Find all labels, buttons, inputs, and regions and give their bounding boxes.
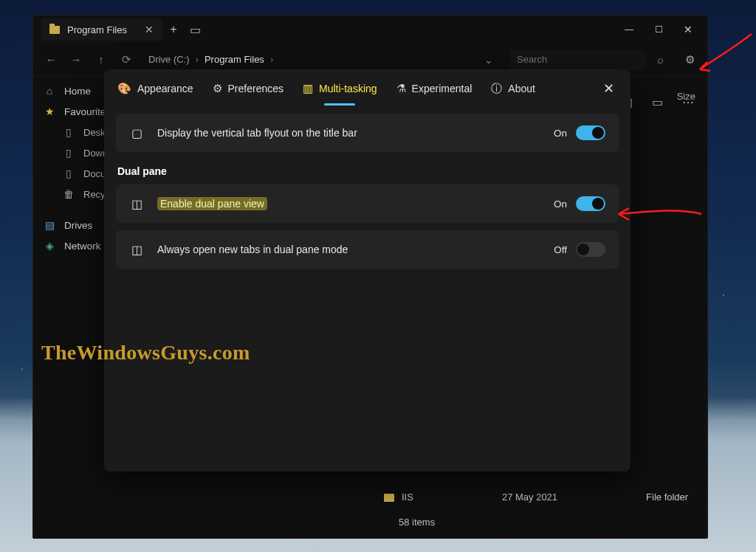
breadcrumb-root[interactable]: Drive (C:) bbox=[148, 54, 190, 65]
tab-label: Preferences bbox=[228, 83, 284, 94]
breadcrumb-current[interactable]: Program Files bbox=[205, 54, 264, 65]
folder-icon bbox=[49, 26, 60, 34]
sidebar-label: Drives bbox=[64, 220, 92, 231]
columns-icon: ▥ bbox=[303, 82, 313, 95]
tab-label: Experimental bbox=[412, 83, 472, 94]
minimize-button[interactable]: — bbox=[614, 18, 644, 41]
toggle-state-text: On bbox=[554, 199, 567, 210]
breadcrumb[interactable]: Drive (C:) › Program Files › ⌄ bbox=[141, 54, 505, 66]
tab-label: About bbox=[508, 83, 535, 94]
window-close-button[interactable]: ✕ bbox=[673, 18, 703, 41]
new-tab-button[interactable]: + bbox=[162, 18, 185, 41]
toggle-state-text: Off bbox=[554, 244, 567, 255]
page-icon: ▯ bbox=[63, 126, 75, 138]
tab-label: Multi-tasking bbox=[319, 83, 377, 94]
card-view-icon[interactable]: ▭ bbox=[652, 95, 663, 109]
home-icon: ⌂ bbox=[44, 85, 55, 97]
dual-pane-icon: ◫ bbox=[129, 196, 144, 211]
chevron-right-icon: › bbox=[196, 54, 199, 65]
refresh-button[interactable]: ⟳ bbox=[116, 49, 137, 70]
info-icon: ⓘ bbox=[491, 82, 502, 96]
setting-vertical-tab-flyout: ▢ Display the vertical tab flyout on the… bbox=[116, 114, 619, 152]
flask-icon: ⚗ bbox=[396, 82, 406, 95]
dual-pane-icon: ◫ bbox=[129, 242, 144, 257]
row-date: 27 May 2021 bbox=[502, 491, 557, 503]
toggle-new-tabs-dual-pane[interactable] bbox=[576, 242, 605, 257]
settings-dialog: 🎨 Appearance ⚙ Preferences ▥ Multi-taski… bbox=[104, 69, 630, 472]
tab-preferences[interactable]: ⚙ Preferences bbox=[211, 77, 285, 100]
search-input[interactable] bbox=[509, 49, 645, 70]
page-icon: ▯ bbox=[63, 147, 75, 159]
chevron-down-icon[interactable]: ⌄ bbox=[484, 54, 493, 66]
toggle-vertical-tab-flyout[interactable] bbox=[576, 125, 605, 140]
network-icon: ◈ bbox=[44, 240, 55, 252]
tab-overview-button[interactable]: ▭ bbox=[185, 18, 207, 41]
setting-label: Display the vertical tab flyout on the t… bbox=[157, 127, 540, 139]
palette-icon: 🎨 bbox=[117, 82, 131, 95]
window-icon: ▢ bbox=[129, 125, 144, 140]
table-row[interactable]: IIS 27 May 2021 File folder bbox=[384, 491, 688, 503]
chevron-right-icon: › bbox=[270, 54, 273, 65]
tab-label: Appearance bbox=[137, 83, 193, 94]
star-icon: ★ bbox=[44, 106, 55, 117]
sliders-icon: ⚙ bbox=[213, 82, 222, 95]
up-button[interactable]: ↑ bbox=[91, 49, 111, 70]
section-heading-dual-pane: Dual pane bbox=[117, 165, 617, 177]
settings-body: ▢ Display the vertical tab flyout on the… bbox=[104, 108, 630, 472]
settings-gear-button[interactable]: ⚙ bbox=[679, 49, 700, 70]
toggle-enable-dual-pane[interactable] bbox=[576, 196, 605, 211]
row-name: IIS bbox=[402, 491, 413, 503]
setting-label: Always open new tabs in dual pane mode bbox=[157, 244, 540, 255]
setting-new-tabs-dual-pane: ◫ Always open new tabs in dual pane mode… bbox=[116, 230, 619, 269]
search-icon[interactable]: ⌕ bbox=[650, 49, 670, 70]
sidebar-label: Home bbox=[64, 86, 91, 97]
settings-tabs: 🎨 Appearance ⚙ Preferences ▥ Multi-taski… bbox=[104, 69, 630, 108]
row-type: File folder bbox=[646, 491, 688, 503]
toggle-state-text: On bbox=[554, 128, 567, 139]
setting-enable-dual-pane: ◫ Enable dual pane view On bbox=[116, 184, 619, 223]
setting-label: Enable dual pane view bbox=[157, 198, 540, 210]
tab-multitasking[interactable]: ▥ Multi-tasking bbox=[301, 77, 379, 100]
tab-about[interactable]: ⓘ About bbox=[489, 77, 537, 100]
trash-icon: 🗑 bbox=[63, 188, 75, 200]
more-options-icon[interactable]: ⋯ bbox=[682, 95, 694, 109]
tab-program-files[interactable]: Program Files ✕ bbox=[41, 18, 162, 41]
status-bar: 58 items bbox=[399, 517, 435, 528]
folder-icon bbox=[384, 494, 394, 502]
dialog-close-button[interactable]: ✕ bbox=[598, 80, 619, 97]
maximize-button[interactable]: ☐ bbox=[644, 18, 673, 41]
tab-experimental[interactable]: ⚗ Experimental bbox=[395, 77, 474, 100]
tab-appearance[interactable]: 🎨 Appearance bbox=[116, 77, 195, 100]
page-icon: ▯ bbox=[63, 168, 75, 179]
back-button[interactable]: ← bbox=[41, 49, 61, 70]
view-mode-strip: ▦ ▭ ⋯ bbox=[622, 95, 694, 109]
tab-close-button[interactable]: ✕ bbox=[145, 24, 154, 35]
titlebar: Program Files ✕ + ▭ — ☐ ✕ bbox=[33, 15, 707, 44]
tab-title: Program Files bbox=[67, 24, 127, 35]
watermark-text: TheWindowsGuys.com bbox=[41, 341, 250, 365]
drive-icon: ▤ bbox=[44, 219, 55, 231]
forward-button[interactable]: → bbox=[66, 49, 86, 70]
sidebar-label: Network bbox=[64, 241, 101, 252]
